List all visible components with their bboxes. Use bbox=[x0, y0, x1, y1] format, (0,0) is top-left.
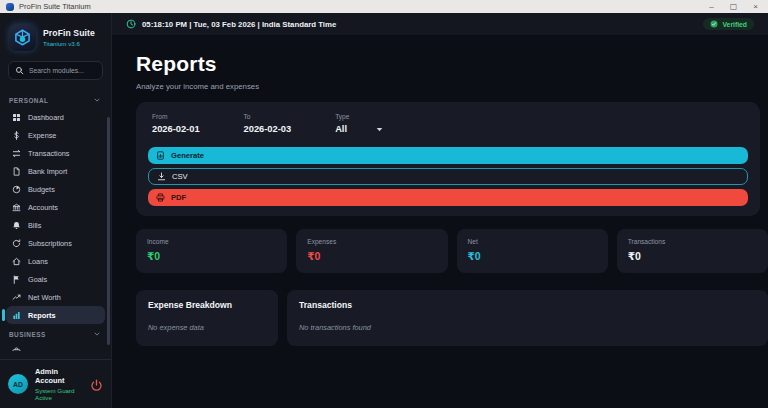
sidebar-item-budgets[interactable]: Budgets bbox=[6, 180, 105, 198]
transfer-icon bbox=[12, 149, 21, 158]
printer-icon bbox=[156, 193, 165, 202]
verified-badge: Verified bbox=[703, 18, 754, 30]
panels-row: Expense Breakdown No expense data Transa… bbox=[136, 290, 768, 346]
section-header-personal[interactable]: PERSONAL bbox=[0, 90, 111, 108]
sidebar-item-net-worth[interactable]: Net Worth bbox=[6, 288, 105, 306]
sidebar-item-subscriptions[interactable]: Subscriptions bbox=[6, 234, 105, 252]
clock-icon bbox=[126, 19, 136, 29]
stat-value: ₹0 bbox=[307, 250, 436, 262]
csv-button[interactable]: CSV bbox=[148, 168, 748, 185]
stat-label: Net bbox=[468, 238, 597, 245]
stats-row: Income ₹0 Expenses ₹0 Net ₹0 Transaction… bbox=[136, 229, 768, 273]
stat-value: ₹0 bbox=[468, 250, 597, 262]
profin-logo-icon bbox=[9, 24, 36, 51]
sidebar-item-bills[interactable]: Bills bbox=[6, 216, 105, 234]
main-area: 05:18:10 PM | Tue, 03 Feb 2026 | India S… bbox=[112, 13, 768, 408]
chevron-down-icon bbox=[93, 330, 101, 338]
module-search[interactable] bbox=[8, 61, 103, 80]
window-title: ProFin Suite Titanium bbox=[19, 2, 709, 11]
os-titlebar: ProFin Suite Titanium – ▢ × bbox=[0, 0, 768, 13]
app-window: ProFin Suite Titanium – ▢ × ProFin Suite… bbox=[0, 0, 768, 408]
reports-page: Reports Analyze your income and expenses… bbox=[112, 36, 768, 408]
refresh-icon bbox=[12, 239, 21, 248]
stat-card-transactions: Transactions ₹0 bbox=[617, 229, 768, 273]
page-subtitle: Analyze your income and expenses bbox=[136, 82, 756, 91]
stat-label: Transactions bbox=[628, 238, 757, 245]
flag-icon bbox=[12, 275, 21, 284]
sidebar-item-accounts[interactable]: Accounts bbox=[6, 198, 105, 216]
sidebar-item-dashboard[interactable]: Dashboard bbox=[6, 108, 105, 126]
chevron-down-icon bbox=[375, 125, 384, 134]
pdf-button[interactable]: PDF bbox=[148, 189, 748, 206]
type-select[interactable]: Type All bbox=[335, 113, 384, 134]
transactions-panel: Transactions No transactions found bbox=[287, 290, 768, 346]
sidebar-item-goals[interactable]: Goals bbox=[6, 270, 105, 288]
stat-label: Expenses bbox=[307, 238, 436, 245]
user-name: Admin Account bbox=[35, 367, 83, 385]
doc-chart-icon bbox=[156, 151, 165, 160]
status-topbar: 05:18:10 PM | Tue, 03 Feb 2026 | India S… bbox=[112, 13, 768, 36]
sidebar-scrollbar[interactable] bbox=[107, 117, 110, 345]
stat-card-expenses: Expenses ₹0 bbox=[296, 229, 447, 273]
stat-value: ₹0 bbox=[628, 250, 757, 262]
bell-icon bbox=[12, 221, 21, 230]
download-icon bbox=[157, 172, 166, 181]
grid-icon bbox=[12, 113, 21, 122]
minimize-icon[interactable]: – bbox=[709, 0, 713, 13]
generate-button[interactable]: Generate bbox=[148, 147, 748, 164]
trend-icon bbox=[12, 293, 21, 302]
sidebar-nav: PERSONAL Dashboard Expense Transactions … bbox=[0, 88, 111, 359]
app-name: ProFin Suite bbox=[43, 28, 95, 38]
home-icon bbox=[12, 257, 21, 266]
app-icon bbox=[6, 3, 14, 11]
chevron-down-icon bbox=[93, 96, 101, 104]
app-version: Titanium v3.6 bbox=[43, 40, 95, 47]
chart-icon bbox=[12, 311, 21, 320]
maximize-icon[interactable]: ▢ bbox=[730, 0, 738, 13]
report-actions: Generate CSV PDF bbox=[148, 147, 748, 206]
search-icon bbox=[15, 66, 24, 75]
check-circle-icon bbox=[710, 20, 718, 28]
sidebar-nav-personal: Dashboard Expense Transactions Bank Impo… bbox=[0, 108, 111, 324]
stat-value: ₹0 bbox=[147, 250, 276, 262]
stat-card-income: Income ₹0 bbox=[136, 229, 287, 273]
sidebar-item-bank-import[interactable]: Bank Import bbox=[6, 162, 105, 180]
dollar-icon bbox=[12, 131, 21, 140]
close-icon[interactable]: × bbox=[753, 0, 758, 13]
sidebar-item-partial[interactable] bbox=[6, 342, 105, 351]
avatar: AD bbox=[8, 374, 28, 394]
report-filter-panel: From 2026-02-01 To 2026-02-03 Type All bbox=[136, 102, 760, 216]
expense-breakdown-panel: Expense Breakdown No expense data bbox=[136, 290, 278, 346]
from-date-field[interactable]: From 2026-02-01 bbox=[152, 113, 200, 134]
section-header-business[interactable]: BUSINESS bbox=[0, 324, 111, 342]
page-title: Reports bbox=[136, 52, 756, 76]
stat-card-net: Net ₹0 bbox=[457, 229, 608, 273]
user-account-row: AD Admin Account System Guard Active bbox=[0, 359, 111, 408]
sidebar-item-reports[interactable]: Reports bbox=[6, 306, 105, 324]
sidebar-item-expense[interactable]: Expense bbox=[6, 126, 105, 144]
search-input[interactable] bbox=[29, 67, 96, 74]
pie-icon bbox=[12, 185, 21, 194]
file-icon bbox=[12, 167, 21, 176]
to-date-field[interactable]: To 2026-02-03 bbox=[244, 113, 292, 134]
app-logo-row: ProFin Suite Titanium v3.6 bbox=[0, 13, 111, 59]
briefcase-icon bbox=[12, 347, 21, 352]
power-icon[interactable] bbox=[90, 378, 103, 391]
stat-label: Income bbox=[147, 238, 276, 245]
sidebar: ProFin Suite Titanium v3.6 PERSONAL Dash… bbox=[0, 13, 112, 408]
user-status: System Guard Active bbox=[35, 387, 83, 401]
sidebar-item-transactions[interactable]: Transactions bbox=[6, 144, 105, 162]
sidebar-item-loans[interactable]: Loans bbox=[6, 252, 105, 270]
datetime-text: 05:18:10 PM | Tue, 03 Feb 2026 | India S… bbox=[142, 20, 697, 29]
bank-icon bbox=[12, 203, 21, 212]
